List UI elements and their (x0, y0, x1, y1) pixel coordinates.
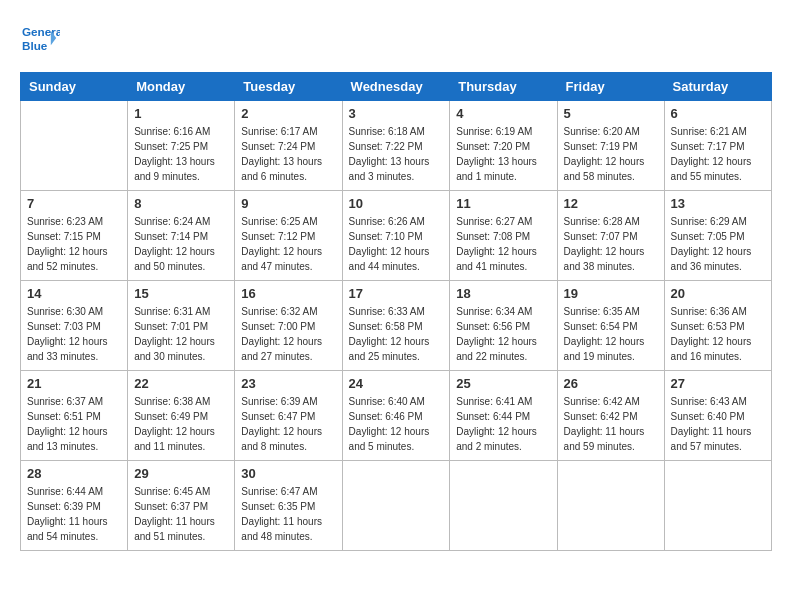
day-number: 21 (27, 376, 121, 391)
day-number: 30 (241, 466, 335, 481)
weekday-header-sunday: Sunday (21, 73, 128, 101)
calendar-cell: 8Sunrise: 6:24 AM Sunset: 7:14 PM Daylig… (128, 191, 235, 281)
day-info: Sunrise: 6:36 AM Sunset: 6:53 PM Dayligh… (671, 304, 765, 364)
day-number: 2 (241, 106, 335, 121)
day-info: Sunrise: 6:41 AM Sunset: 6:44 PM Dayligh… (456, 394, 550, 454)
day-info: Sunrise: 6:23 AM Sunset: 7:15 PM Dayligh… (27, 214, 121, 274)
calendar-cell (342, 461, 450, 551)
weekday-header-friday: Friday (557, 73, 664, 101)
calendar-cell (450, 461, 557, 551)
calendar-cell: 23Sunrise: 6:39 AM Sunset: 6:47 PM Dayli… (235, 371, 342, 461)
calendar-cell: 25Sunrise: 6:41 AM Sunset: 6:44 PM Dayli… (450, 371, 557, 461)
day-number: 10 (349, 196, 444, 211)
day-info: Sunrise: 6:19 AM Sunset: 7:20 PM Dayligh… (456, 124, 550, 184)
calendar-cell: 15Sunrise: 6:31 AM Sunset: 7:01 PM Dayli… (128, 281, 235, 371)
day-info: Sunrise: 6:21 AM Sunset: 7:17 PM Dayligh… (671, 124, 765, 184)
day-info: Sunrise: 6:17 AM Sunset: 7:24 PM Dayligh… (241, 124, 335, 184)
calendar-cell: 3Sunrise: 6:18 AM Sunset: 7:22 PM Daylig… (342, 101, 450, 191)
day-number: 5 (564, 106, 658, 121)
day-info: Sunrise: 6:40 AM Sunset: 6:46 PM Dayligh… (349, 394, 444, 454)
calendar-cell (557, 461, 664, 551)
day-number: 27 (671, 376, 765, 391)
calendar-cell: 10Sunrise: 6:26 AM Sunset: 7:10 PM Dayli… (342, 191, 450, 281)
weekday-header-saturday: Saturday (664, 73, 771, 101)
calendar-cell: 4Sunrise: 6:19 AM Sunset: 7:20 PM Daylig… (450, 101, 557, 191)
calendar-cell: 24Sunrise: 6:40 AM Sunset: 6:46 PM Dayli… (342, 371, 450, 461)
day-number: 19 (564, 286, 658, 301)
day-number: 29 (134, 466, 228, 481)
calendar-cell: 28Sunrise: 6:44 AM Sunset: 6:39 PM Dayli… (21, 461, 128, 551)
day-info: Sunrise: 6:32 AM Sunset: 7:00 PM Dayligh… (241, 304, 335, 364)
day-number: 14 (27, 286, 121, 301)
calendar-cell: 17Sunrise: 6:33 AM Sunset: 6:58 PM Dayli… (342, 281, 450, 371)
day-info: Sunrise: 6:47 AM Sunset: 6:35 PM Dayligh… (241, 484, 335, 544)
calendar-cell: 7Sunrise: 6:23 AM Sunset: 7:15 PM Daylig… (21, 191, 128, 281)
weekday-header-thursday: Thursday (450, 73, 557, 101)
calendar-cell: 13Sunrise: 6:29 AM Sunset: 7:05 PM Dayli… (664, 191, 771, 281)
day-info: Sunrise: 6:39 AM Sunset: 6:47 PM Dayligh… (241, 394, 335, 454)
calendar-cell: 30Sunrise: 6:47 AM Sunset: 6:35 PM Dayli… (235, 461, 342, 551)
day-info: Sunrise: 6:26 AM Sunset: 7:10 PM Dayligh… (349, 214, 444, 274)
day-number: 8 (134, 196, 228, 211)
day-info: Sunrise: 6:29 AM Sunset: 7:05 PM Dayligh… (671, 214, 765, 274)
day-info: Sunrise: 6:27 AM Sunset: 7:08 PM Dayligh… (456, 214, 550, 274)
day-info: Sunrise: 6:37 AM Sunset: 6:51 PM Dayligh… (27, 394, 121, 454)
weekday-header-row: SundayMondayTuesdayWednesdayThursdayFrid… (21, 73, 772, 101)
day-number: 12 (564, 196, 658, 211)
day-info: Sunrise: 6:33 AM Sunset: 6:58 PM Dayligh… (349, 304, 444, 364)
calendar-cell: 9Sunrise: 6:25 AM Sunset: 7:12 PM Daylig… (235, 191, 342, 281)
day-number: 4 (456, 106, 550, 121)
day-info: Sunrise: 6:30 AM Sunset: 7:03 PM Dayligh… (27, 304, 121, 364)
calendar-cell: 2Sunrise: 6:17 AM Sunset: 7:24 PM Daylig… (235, 101, 342, 191)
day-info: Sunrise: 6:43 AM Sunset: 6:40 PM Dayligh… (671, 394, 765, 454)
day-number: 6 (671, 106, 765, 121)
day-info: Sunrise: 6:28 AM Sunset: 7:07 PM Dayligh… (564, 214, 658, 274)
calendar-cell: 6Sunrise: 6:21 AM Sunset: 7:17 PM Daylig… (664, 101, 771, 191)
day-info: Sunrise: 6:25 AM Sunset: 7:12 PM Dayligh… (241, 214, 335, 274)
week-row-1: 1Sunrise: 6:16 AM Sunset: 7:25 PM Daylig… (21, 101, 772, 191)
svg-text:Blue: Blue (22, 39, 48, 52)
calendar-cell: 22Sunrise: 6:38 AM Sunset: 6:49 PM Dayli… (128, 371, 235, 461)
day-info: Sunrise: 6:24 AM Sunset: 7:14 PM Dayligh… (134, 214, 228, 274)
week-row-5: 28Sunrise: 6:44 AM Sunset: 6:39 PM Dayli… (21, 461, 772, 551)
day-number: 15 (134, 286, 228, 301)
day-number: 16 (241, 286, 335, 301)
day-number: 17 (349, 286, 444, 301)
calendar-cell (664, 461, 771, 551)
day-info: Sunrise: 6:38 AM Sunset: 6:49 PM Dayligh… (134, 394, 228, 454)
week-row-4: 21Sunrise: 6:37 AM Sunset: 6:51 PM Dayli… (21, 371, 772, 461)
day-number: 22 (134, 376, 228, 391)
day-info: Sunrise: 6:16 AM Sunset: 7:25 PM Dayligh… (134, 124, 228, 184)
day-number: 20 (671, 286, 765, 301)
calendar-cell: 16Sunrise: 6:32 AM Sunset: 7:00 PM Dayli… (235, 281, 342, 371)
calendar-cell: 5Sunrise: 6:20 AM Sunset: 7:19 PM Daylig… (557, 101, 664, 191)
week-row-3: 14Sunrise: 6:30 AM Sunset: 7:03 PM Dayli… (21, 281, 772, 371)
calendar-cell: 26Sunrise: 6:42 AM Sunset: 6:42 PM Dayli… (557, 371, 664, 461)
calendar-cell: 21Sunrise: 6:37 AM Sunset: 6:51 PM Dayli… (21, 371, 128, 461)
week-row-2: 7Sunrise: 6:23 AM Sunset: 7:15 PM Daylig… (21, 191, 772, 281)
day-number: 24 (349, 376, 444, 391)
calendar-cell: 27Sunrise: 6:43 AM Sunset: 6:40 PM Dayli… (664, 371, 771, 461)
day-number: 18 (456, 286, 550, 301)
calendar-cell: 19Sunrise: 6:35 AM Sunset: 6:54 PM Dayli… (557, 281, 664, 371)
day-number: 25 (456, 376, 550, 391)
day-info: Sunrise: 6:45 AM Sunset: 6:37 PM Dayligh… (134, 484, 228, 544)
day-info: Sunrise: 6:35 AM Sunset: 6:54 PM Dayligh… (564, 304, 658, 364)
day-number: 7 (27, 196, 121, 211)
calendar-cell: 1Sunrise: 6:16 AM Sunset: 7:25 PM Daylig… (128, 101, 235, 191)
day-number: 11 (456, 196, 550, 211)
day-number: 1 (134, 106, 228, 121)
calendar: SundayMondayTuesdayWednesdayThursdayFrid… (20, 72, 772, 551)
weekday-header-wednesday: Wednesday (342, 73, 450, 101)
day-info: Sunrise: 6:44 AM Sunset: 6:39 PM Dayligh… (27, 484, 121, 544)
calendar-cell: 29Sunrise: 6:45 AM Sunset: 6:37 PM Dayli… (128, 461, 235, 551)
day-info: Sunrise: 6:20 AM Sunset: 7:19 PM Dayligh… (564, 124, 658, 184)
logo-icon: General Blue (20, 20, 60, 56)
calendar-cell: 20Sunrise: 6:36 AM Sunset: 6:53 PM Dayli… (664, 281, 771, 371)
weekday-header-tuesday: Tuesday (235, 73, 342, 101)
calendar-cell: 11Sunrise: 6:27 AM Sunset: 7:08 PM Dayli… (450, 191, 557, 281)
day-info: Sunrise: 6:34 AM Sunset: 6:56 PM Dayligh… (456, 304, 550, 364)
day-info: Sunrise: 6:31 AM Sunset: 7:01 PM Dayligh… (134, 304, 228, 364)
page-header: General Blue (20, 20, 772, 56)
calendar-cell: 12Sunrise: 6:28 AM Sunset: 7:07 PM Dayli… (557, 191, 664, 281)
